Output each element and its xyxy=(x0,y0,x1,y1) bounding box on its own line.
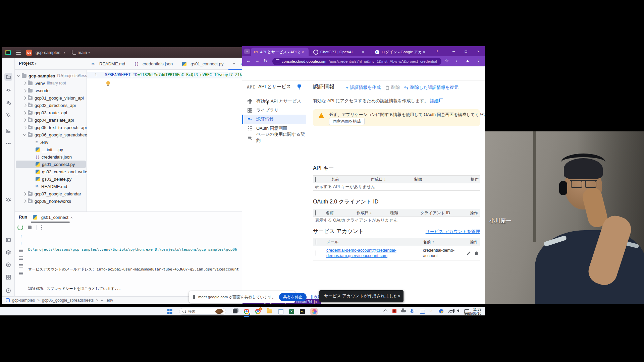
reload-icon[interactable]: ↻ xyxy=(264,58,267,63)
tree-item[interactable]: gcp04_translate_api xyxy=(15,116,87,124)
tray-close-icon[interactable]: × xyxy=(430,309,432,313)
column-header[interactable]: メール xyxy=(326,239,423,245)
more-options-icon[interactable] xyxy=(41,227,42,228)
editor-tab-env[interactable]: ≡.env× xyxy=(228,58,242,70)
tree-item[interactable]: gcp05_text_to_speech_api xyxy=(15,124,87,131)
editor-tab-gs01[interactable]: gs01_connect.py xyxy=(177,58,228,70)
soft-wrap-icon[interactable] xyxy=(19,250,23,251)
tree-item[interactable]: gs02_create_and_write.py xyxy=(15,168,87,175)
restore-credentials-button[interactable]: 削除した認証情報を復元 xyxy=(404,84,459,90)
editor-tab-readme[interactable]: M↓README.md xyxy=(87,58,130,70)
project-tool-icon[interactable] xyxy=(4,73,12,81)
delete-trash-icon[interactable] xyxy=(474,251,479,255)
close-window-icon[interactable]: × xyxy=(473,46,484,56)
editor-tab-credentials[interactable]: { }credentials.json xyxy=(130,58,177,70)
breadcrumb[interactable]: .env xyxy=(106,298,113,303)
editor-pane[interactable]: 1 SPREADSHEET_ID=1I82NLYn7ddTPBT0EuC_BcQ… xyxy=(87,70,242,212)
edit-pencil-icon[interactable] xyxy=(467,251,471,255)
taskbar-search[interactable]: 検索 xyxy=(179,308,226,315)
print-icon[interactable] xyxy=(19,265,23,266)
branch-widget[interactable]: main ▾ xyxy=(72,50,90,55)
address-bar[interactable]: console.cloud.google.com/apis/credential… xyxy=(272,58,441,65)
close-tab-icon[interactable]: × xyxy=(302,50,304,54)
forward-icon[interactable]: → xyxy=(255,58,259,63)
tree-item[interactable]: gcp03_route_api xyxy=(15,109,87,116)
tree-item[interactable]: gcp01_google_vision_api xyxy=(15,94,87,102)
copilot-button[interactable] xyxy=(311,308,317,314)
tab-search-icon[interactable]: ∨ xyxy=(244,49,250,54)
browser-tab-active[interactable]: API API とサービス - API とサービス - c × xyxy=(251,48,309,56)
onedrive-icon[interactable] xyxy=(401,308,406,312)
services-tool-icon[interactable] xyxy=(4,248,12,256)
tree-item[interactable]: gcp02_directions_api xyxy=(15,102,87,109)
manage-service-accounts-link[interactable]: サービス アカウントを管理 xyxy=(426,229,480,235)
tree-item[interactable]: gcp08_homeworks xyxy=(15,197,87,205)
collab-tool-icon[interactable] xyxy=(4,99,12,107)
browser-tab[interactable]: G ログイン - Google アカウント × xyxy=(372,48,431,56)
tree-item[interactable]: gcp07_google_calendar xyxy=(15,190,87,197)
stop-icon[interactable] xyxy=(28,226,32,229)
breadcrumb[interactable]: gcp-samples xyxy=(12,298,35,303)
problems-tool-icon[interactable] xyxy=(4,287,12,295)
run-tool-icon[interactable] xyxy=(4,261,12,269)
scroll-up-icon[interactable]: ↑ xyxy=(20,234,22,238)
close-toast-icon[interactable]: × xyxy=(398,294,400,299)
new-tab-icon[interactable]: + xyxy=(436,49,439,54)
tree-item[interactable]: { }credentials.json xyxy=(15,153,87,161)
column-header[interactable]: 名前 xyxy=(326,210,357,216)
tree-item[interactable]: ≡.env xyxy=(15,138,87,146)
file-explorer-button[interactable] xyxy=(266,308,272,314)
maximize-window-icon[interactable]: □ xyxy=(460,46,472,56)
column-header[interactable]: 作成日 ↓ xyxy=(371,177,414,182)
project-panel-header[interactable]: Project ▾ xyxy=(19,61,36,66)
packages-tool-icon[interactable] xyxy=(4,273,12,281)
chrome-taskbar-button[interactable]: k xyxy=(255,308,261,314)
bookmark-star-icon[interactable]: ☆ xyxy=(445,58,449,63)
nav-item-enabled-apis[interactable]: 有効な API とサービス xyxy=(242,97,306,106)
column-header[interactable]: 名前 ↑ xyxy=(423,239,461,245)
pycharm-taskbar-button[interactable]: PC xyxy=(299,308,305,314)
delete-button[interactable]: 削除 xyxy=(385,84,400,90)
pin-icon[interactable] xyxy=(298,84,301,88)
more-tools-icon[interactable] xyxy=(4,139,12,147)
select-all-checkbox[interactable] xyxy=(313,210,326,215)
tray-recording-icon[interactable] xyxy=(392,309,396,313)
tree-item-selected[interactable]: gs01_connect.py xyxy=(16,161,86,168)
intention-bulb-icon[interactable] xyxy=(106,81,110,85)
tray-expand-icon[interactable] xyxy=(384,309,387,313)
start-button[interactable] xyxy=(167,308,173,314)
close-tab-icon[interactable]: × xyxy=(423,50,425,54)
learn-more-link[interactable]: 詳細 xyxy=(430,98,438,103)
tray-app-sphere-icon[interactable] xyxy=(439,309,443,313)
select-all-checkbox[interactable] xyxy=(313,240,326,244)
chrome-taskbar-button-active[interactable] xyxy=(244,308,250,314)
row-checkbox[interactable] xyxy=(313,251,326,255)
rerun-icon[interactable] xyxy=(17,225,23,230)
downloads-icon[interactable]: ↓ xyxy=(455,59,458,63)
run-tab[interactable]: gs01_connect × xyxy=(31,214,74,221)
minimize-window-icon[interactable]: ─ xyxy=(448,46,460,56)
configure-consent-button[interactable]: 同意画面を構成 xyxy=(329,118,365,125)
tree-item[interactable]: __init__.py xyxy=(15,146,87,153)
column-header[interactable]: 種類 xyxy=(390,210,420,216)
git-tool-icon[interactable] xyxy=(4,111,12,119)
column-header[interactable]: 作成日 ↓ xyxy=(357,210,390,216)
scroll-down-icon[interactable]: ↓ xyxy=(20,241,22,245)
tree-item[interactable]: M↓README.md xyxy=(15,183,87,190)
nav-item-credentials[interactable]: 認証情報 xyxy=(242,115,306,124)
structure-tool-icon[interactable] xyxy=(4,127,12,135)
code-line[interactable]: SPREADSHEET_ID=1I82NLYn7ddTPBT0EuC_BcQt3… xyxy=(105,72,242,77)
commit-tool-icon[interactable] xyxy=(4,86,12,94)
close-run-tab-icon[interactable]: × xyxy=(70,216,72,220)
tree-item-root[interactable]: gcp-samplesD:¥projects¥lessons xyxy=(15,72,87,79)
stop-sharing-button[interactable]: 共有を停止 xyxy=(279,293,307,301)
nav-item-library[interactable]: ライブラリ xyxy=(242,106,306,115)
column-header[interactable]: 制限 xyxy=(414,177,471,182)
site-settings-icon[interactable] xyxy=(276,59,279,63)
screen-cast-icon[interactable] xyxy=(420,310,425,314)
task-view-button[interactable] xyxy=(232,308,238,314)
volume-icon[interactable] xyxy=(457,309,459,312)
nav-item-usage-agreements[interactable]: ページの使用に関する契約 xyxy=(242,133,306,142)
tree-item[interactable]: gs03_delete.py xyxy=(15,175,87,183)
select-all-checkbox[interactable] xyxy=(313,177,323,182)
